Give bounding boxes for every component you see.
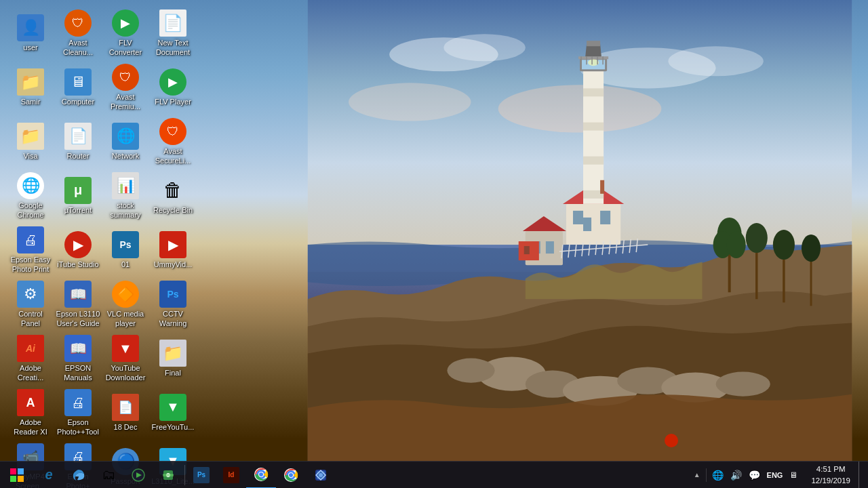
icon-ps-01-label: 01 [121, 260, 130, 269]
svg-rect-64 [10, 468, 16, 474]
epson-easy-icon: 🖨 [17, 226, 44, 253]
icon-avast-cleanup-label: Avast Cleanu... [56, 39, 100, 56]
icon-flv-converter-label: FLV Converter [103, 39, 148, 56]
icon-stock-summary[interactable]: 📊 stock summary [102, 169, 149, 222]
icon-youtube-downloader[interactable]: ▼ YouTube Downloader [102, 332, 149, 385]
icon-new-text-label: New Text Document [151, 39, 195, 56]
icon-cctv-warning[interactable]: Ps CCTV Warning [149, 278, 197, 331]
icon-ummy[interactable]: ▶ UmmyVid... [149, 224, 197, 277]
dec18-icon: 📄 [112, 394, 139, 421]
icon-control-panel-label: Control Panel [8, 310, 53, 327]
icon-cctv-warning-label: CCTV Warning [151, 310, 195, 327]
icon-adobe-reader[interactable]: A Adobe Reader XI [7, 386, 54, 439]
icon-epson-easy[interactable]: 🖨 Epson Easy Photo Print [7, 224, 54, 277]
icon-dec18-label: 18 Dec [114, 423, 138, 432]
icon-router[interactable]: 📄 Router [54, 115, 102, 168]
tray-display-icon[interactable]: 🖥 [787, 469, 800, 481]
icon-avast-securelink[interactable]: 🛡 Avast SecureLi... [149, 115, 197, 168]
icon-stock-summary-label: stock summary [103, 201, 148, 219]
icon-final-label: Final [165, 369, 181, 378]
icon-itube-studio[interactable]: ▶ iTube Studio [54, 224, 102, 277]
icon-flv-converter[interactable]: ▶ FLV Converter [102, 7, 149, 60]
taskbar-pinned-apps: e 🗂 [34, 462, 336, 489]
flv-converter-icon: ▶ [112, 9, 139, 37]
notification-area: 🌐 🔊 💬 ENG 🖥 [706, 468, 804, 482]
clock-area[interactable]: 4:51 PM 12/19/2019 [806, 464, 856, 485]
icon-visa-label: Visa [23, 152, 37, 161]
icon-dec18[interactable]: 📄 18 Dec [102, 386, 149, 439]
tray-language-indicator[interactable]: ENG [764, 470, 786, 481]
taskbar-file-explorer[interactable]: 🗂 [94, 462, 123, 489]
icon-itube-studio-label: iTube Studio [57, 260, 98, 269]
icon-samir[interactable]: 📁 Samir [7, 61, 54, 114]
tray-volume-icon[interactable]: 🔊 [728, 468, 745, 482]
icon-new-text-document[interactable]: 📄 New Text Document [149, 7, 197, 60]
icon-computer[interactable]: 🖥 Computer [54, 61, 102, 114]
icon-youtube-downloader-label: YouTube Downloader [103, 364, 148, 382]
icon-ps-01[interactable]: Ps 01 [102, 224, 149, 277]
taskbar-paint[interactable] [153, 462, 183, 489]
icon-epson-guide[interactable]: 📖 Epson L3110 User's Guide [54, 278, 102, 331]
epson-phototool-icon: 🖨 [64, 389, 92, 416]
icon-network-label: Network [112, 152, 139, 161]
taskbar-media-player[interactable] [123, 462, 153, 489]
tray-action-center-icon[interactable]: 💬 [746, 468, 763, 482]
taskbar-edge[interactable] [64, 462, 94, 489]
icon-adobe-reader-label: Adobe Reader XI [8, 418, 53, 436]
tray-expand-button[interactable]: ▲ [691, 470, 703, 480]
icon-flv-player[interactable]: ▶ FLV Player [149, 61, 197, 114]
icon-avast-premium[interactable]: 🛡 Avast Premiu... [102, 61, 149, 114]
icon-epson-phototool[interactable]: 🖨 Epson Photo++Tool [54, 386, 102, 439]
icon-recycle-bin-label: Recycle Bin [153, 206, 193, 215]
icon-epson-manuals-label: EPSON Manuals [56, 364, 100, 382]
adobe-reader-icon: A [17, 389, 44, 416]
ummy-icon: ▶ [159, 231, 186, 258]
icon-computer-label: Computer [62, 98, 94, 106]
clock-time: 4:51 PM [816, 464, 846, 474]
tray-network-icon[interactable]: 🌐 [709, 468, 726, 482]
epson-guide-icon: 📖 [64, 281, 92, 308]
icon-visa[interactable]: 📁 Visa [7, 115, 54, 168]
taskbar-crystal-app[interactable] [306, 462, 336, 489]
computer-icon: 🖥 [64, 68, 92, 96]
taskbar-sep-1 [184, 465, 185, 485]
icon-avast-cleanup[interactable]: 🛡 Avast Cleanu... [54, 7, 102, 60]
taskbar-photoshop[interactable]: Ps [186, 462, 216, 489]
youtube-downloader-icon: ▼ [112, 335, 139, 362]
icon-freeyoutube[interactable]: ▼ FreeYouTu... [149, 386, 197, 439]
svg-rect-65 [18, 468, 24, 474]
avast-cleanup-icon: 🛡 [64, 9, 92, 37]
google-chrome-icon: 🌐 [17, 172, 44, 199]
recycle-bin-icon: 🗑 [159, 177, 186, 204]
desktop-icon-grid: 👤 user 🛡 Avast Cleanu... ▶ FLV Converter… [3, 3, 200, 488]
icon-google-chrome-label: Google Chrome [8, 201, 53, 219]
icon-google-chrome[interactable]: 🌐 Google Chrome [7, 169, 54, 222]
flv-player-icon: ▶ [159, 68, 186, 96]
icon-recycle-bin[interactable]: 🗑 Recycle Bin [149, 169, 197, 222]
taskbar-chrome-2[interactable] [276, 462, 306, 489]
taskbar-chrome-1[interactable] [246, 462, 276, 489]
icon-utorrent[interactable]: μ µTorrent [54, 169, 102, 222]
taskbar-ie[interactable]: e [34, 462, 64, 489]
final-folder-icon: 📁 [159, 340, 186, 367]
start-button[interactable] [0, 462, 34, 489]
avast-premium-icon: 🛡 [112, 64, 139, 91]
svg-rect-72 [163, 474, 174, 476]
desktop: 👤 user 🛡 Avast Cleanu... ▶ FLV Converter… [0, 0, 868, 488]
icon-vlc[interactable]: 🔶 VLC media player [102, 278, 149, 331]
icon-avast-premium-label: Avast Premiu... [103, 93, 148, 110]
icon-final[interactable]: 📁 Final [149, 332, 197, 385]
icon-network[interactable]: 🌐 Network [102, 115, 149, 168]
user-icon: 👤 [17, 14, 44, 41]
taskbar-indesign[interactable]: Id [216, 462, 246, 489]
icon-adobe-creative[interactable]: Ai Adobe Creati... [7, 332, 54, 385]
icon-samir-label: Samir [21, 98, 41, 106]
show-desktop-button[interactable] [859, 462, 863, 489]
freeyoutube-icon: ▼ [159, 394, 186, 421]
icon-flv-player-label: FLV Player [155, 98, 191, 106]
icon-control-panel[interactable]: ⚙ Control Panel [7, 278, 54, 331]
icon-epson-manuals[interactable]: 📖 EPSON Manuals [54, 332, 102, 385]
icon-user[interactable]: 👤 user [7, 7, 54, 60]
cctv-warning-icon: Ps [159, 281, 186, 308]
icon-ummy-label: UmmyVid... [154, 260, 193, 269]
